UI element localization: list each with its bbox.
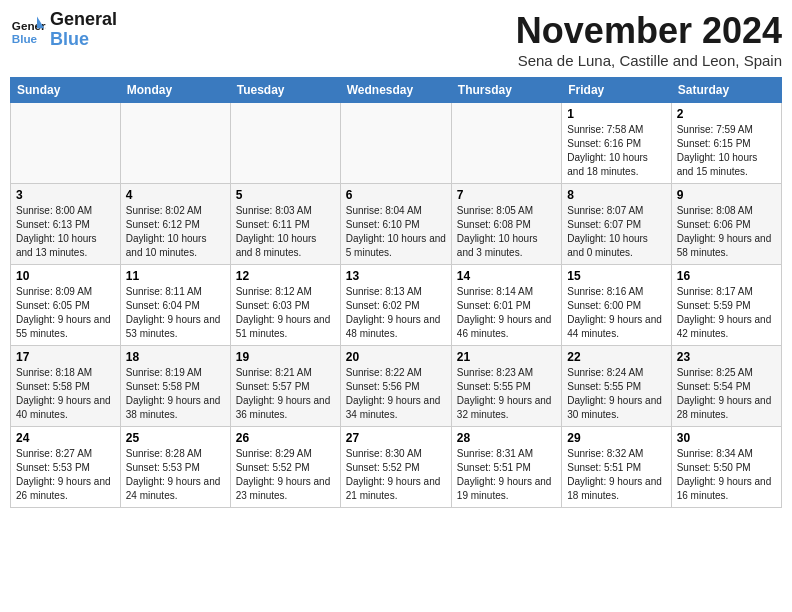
day-info: Sunrise: 8:12 AM Sunset: 6:03 PM Dayligh… (236, 285, 335, 341)
day-number: 22 (567, 350, 665, 364)
day-number: 28 (457, 431, 556, 445)
day-info: Sunrise: 8:18 AM Sunset: 5:58 PM Dayligh… (16, 366, 115, 422)
calendar-cell (340, 103, 451, 184)
calendar-cell: 20Sunrise: 8:22 AM Sunset: 5:56 PM Dayli… (340, 346, 451, 427)
calendar-cell: 21Sunrise: 8:23 AM Sunset: 5:55 PM Dayli… (451, 346, 561, 427)
day-info: Sunrise: 8:30 AM Sunset: 5:52 PM Dayligh… (346, 447, 446, 503)
day-number: 29 (567, 431, 665, 445)
logo: General Blue GeneralBlue (10, 10, 117, 50)
title-block: November 2024 Sena de Luna, Castille and… (516, 10, 782, 69)
day-number: 10 (16, 269, 115, 283)
day-number: 24 (16, 431, 115, 445)
day-number: 13 (346, 269, 446, 283)
day-number: 23 (677, 350, 776, 364)
calendar-cell: 18Sunrise: 8:19 AM Sunset: 5:58 PM Dayli… (120, 346, 230, 427)
day-info: Sunrise: 8:03 AM Sunset: 6:11 PM Dayligh… (236, 204, 335, 260)
day-info: Sunrise: 8:16 AM Sunset: 6:00 PM Dayligh… (567, 285, 665, 341)
weekday-header-saturday: Saturday (671, 78, 781, 103)
weekday-header-tuesday: Tuesday (230, 78, 340, 103)
calendar-cell: 2Sunrise: 7:59 AM Sunset: 6:15 PM Daylig… (671, 103, 781, 184)
day-number: 16 (677, 269, 776, 283)
day-number: 4 (126, 188, 225, 202)
calendar-cell: 16Sunrise: 8:17 AM Sunset: 5:59 PM Dayli… (671, 265, 781, 346)
weekday-header-row: SundayMondayTuesdayWednesdayThursdayFrid… (11, 78, 782, 103)
svg-text:Blue: Blue (12, 31, 38, 44)
day-number: 2 (677, 107, 776, 121)
day-number: 20 (346, 350, 446, 364)
logo-text: GeneralBlue (50, 10, 117, 50)
day-info: Sunrise: 8:09 AM Sunset: 6:05 PM Dayligh… (16, 285, 115, 341)
month-title: November 2024 (516, 10, 782, 52)
calendar-week-row: 3Sunrise: 8:00 AM Sunset: 6:13 PM Daylig… (11, 184, 782, 265)
calendar-cell: 10Sunrise: 8:09 AM Sunset: 6:05 PM Dayli… (11, 265, 121, 346)
calendar-cell (230, 103, 340, 184)
day-number: 26 (236, 431, 335, 445)
calendar-cell (451, 103, 561, 184)
calendar-cell: 28Sunrise: 8:31 AM Sunset: 5:51 PM Dayli… (451, 427, 561, 508)
location-title: Sena de Luna, Castille and Leon, Spain (516, 52, 782, 69)
calendar-week-row: 10Sunrise: 8:09 AM Sunset: 6:05 PM Dayli… (11, 265, 782, 346)
day-number: 3 (16, 188, 115, 202)
day-number: 6 (346, 188, 446, 202)
calendar-cell: 30Sunrise: 8:34 AM Sunset: 5:50 PM Dayli… (671, 427, 781, 508)
calendar-cell: 25Sunrise: 8:28 AM Sunset: 5:53 PM Dayli… (120, 427, 230, 508)
day-info: Sunrise: 8:07 AM Sunset: 6:07 PM Dayligh… (567, 204, 665, 260)
calendar-cell: 6Sunrise: 8:04 AM Sunset: 6:10 PM Daylig… (340, 184, 451, 265)
day-info: Sunrise: 8:14 AM Sunset: 6:01 PM Dayligh… (457, 285, 556, 341)
day-number: 7 (457, 188, 556, 202)
calendar-cell: 14Sunrise: 8:14 AM Sunset: 6:01 PM Dayli… (451, 265, 561, 346)
calendar-cell: 24Sunrise: 8:27 AM Sunset: 5:53 PM Dayli… (11, 427, 121, 508)
calendar-cell: 9Sunrise: 8:08 AM Sunset: 6:06 PM Daylig… (671, 184, 781, 265)
day-info: Sunrise: 8:11 AM Sunset: 6:04 PM Dayligh… (126, 285, 225, 341)
day-number: 14 (457, 269, 556, 283)
day-number: 25 (126, 431, 225, 445)
weekday-header-friday: Friday (562, 78, 671, 103)
day-number: 5 (236, 188, 335, 202)
day-info: Sunrise: 8:02 AM Sunset: 6:12 PM Dayligh… (126, 204, 225, 260)
calendar-cell: 23Sunrise: 8:25 AM Sunset: 5:54 PM Dayli… (671, 346, 781, 427)
weekday-header-wednesday: Wednesday (340, 78, 451, 103)
day-info: Sunrise: 8:32 AM Sunset: 5:51 PM Dayligh… (567, 447, 665, 503)
calendar-cell: 19Sunrise: 8:21 AM Sunset: 5:57 PM Dayli… (230, 346, 340, 427)
calendar-cell: 11Sunrise: 8:11 AM Sunset: 6:04 PM Dayli… (120, 265, 230, 346)
day-info: Sunrise: 8:19 AM Sunset: 5:58 PM Dayligh… (126, 366, 225, 422)
day-info: Sunrise: 8:25 AM Sunset: 5:54 PM Dayligh… (677, 366, 776, 422)
day-number: 9 (677, 188, 776, 202)
calendar-cell: 8Sunrise: 8:07 AM Sunset: 6:07 PM Daylig… (562, 184, 671, 265)
calendar-cell: 13Sunrise: 8:13 AM Sunset: 6:02 PM Dayli… (340, 265, 451, 346)
day-info: Sunrise: 8:27 AM Sunset: 5:53 PM Dayligh… (16, 447, 115, 503)
day-number: 21 (457, 350, 556, 364)
day-info: Sunrise: 7:58 AM Sunset: 6:16 PM Dayligh… (567, 123, 665, 179)
day-number: 18 (126, 350, 225, 364)
day-number: 12 (236, 269, 335, 283)
calendar-cell: 7Sunrise: 8:05 AM Sunset: 6:08 PM Daylig… (451, 184, 561, 265)
day-info: Sunrise: 8:29 AM Sunset: 5:52 PM Dayligh… (236, 447, 335, 503)
calendar-week-row: 1Sunrise: 7:58 AM Sunset: 6:16 PM Daylig… (11, 103, 782, 184)
calendar-cell: 27Sunrise: 8:30 AM Sunset: 5:52 PM Dayli… (340, 427, 451, 508)
calendar-cell: 26Sunrise: 8:29 AM Sunset: 5:52 PM Dayli… (230, 427, 340, 508)
day-info: Sunrise: 8:34 AM Sunset: 5:50 PM Dayligh… (677, 447, 776, 503)
day-info: Sunrise: 8:04 AM Sunset: 6:10 PM Dayligh… (346, 204, 446, 260)
day-number: 17 (16, 350, 115, 364)
logo-icon: General Blue (10, 12, 46, 48)
day-info: Sunrise: 8:28 AM Sunset: 5:53 PM Dayligh… (126, 447, 225, 503)
calendar-week-row: 17Sunrise: 8:18 AM Sunset: 5:58 PM Dayli… (11, 346, 782, 427)
day-number: 27 (346, 431, 446, 445)
calendar-cell: 17Sunrise: 8:18 AM Sunset: 5:58 PM Dayli… (11, 346, 121, 427)
day-info: Sunrise: 8:21 AM Sunset: 5:57 PM Dayligh… (236, 366, 335, 422)
day-info: Sunrise: 8:24 AM Sunset: 5:55 PM Dayligh… (567, 366, 665, 422)
calendar-cell: 15Sunrise: 8:16 AM Sunset: 6:00 PM Dayli… (562, 265, 671, 346)
calendar-cell: 5Sunrise: 8:03 AM Sunset: 6:11 PM Daylig… (230, 184, 340, 265)
day-info: Sunrise: 8:17 AM Sunset: 5:59 PM Dayligh… (677, 285, 776, 341)
day-number: 11 (126, 269, 225, 283)
calendar-cell: 29Sunrise: 8:32 AM Sunset: 5:51 PM Dayli… (562, 427, 671, 508)
calendar-cell: 3Sunrise: 8:00 AM Sunset: 6:13 PM Daylig… (11, 184, 121, 265)
day-info: Sunrise: 8:13 AM Sunset: 6:02 PM Dayligh… (346, 285, 446, 341)
calendar-table: SundayMondayTuesdayWednesdayThursdayFrid… (10, 77, 782, 508)
day-number: 19 (236, 350, 335, 364)
day-info: Sunrise: 8:22 AM Sunset: 5:56 PM Dayligh… (346, 366, 446, 422)
weekday-header-monday: Monday (120, 78, 230, 103)
calendar-cell: 4Sunrise: 8:02 AM Sunset: 6:12 PM Daylig… (120, 184, 230, 265)
day-info: Sunrise: 8:00 AM Sunset: 6:13 PM Dayligh… (16, 204, 115, 260)
calendar-cell: 12Sunrise: 8:12 AM Sunset: 6:03 PM Dayli… (230, 265, 340, 346)
